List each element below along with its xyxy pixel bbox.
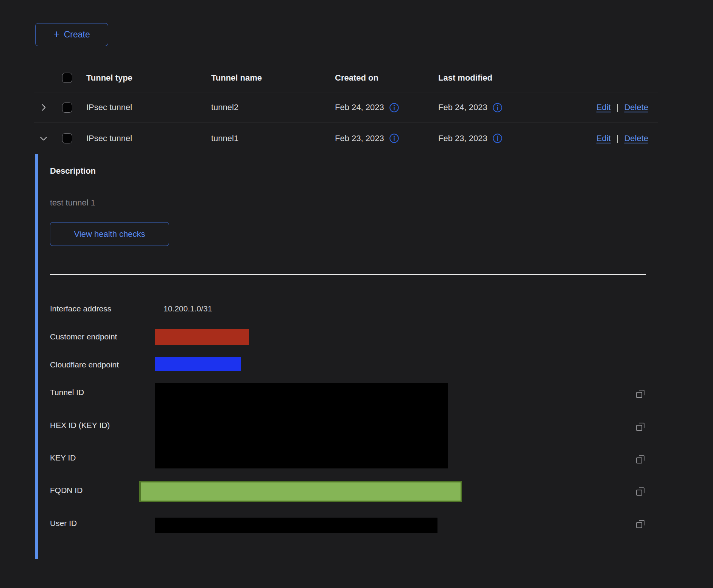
tunnel-type-cell: IPsec tunnel [86, 92, 132, 123]
tunnels-page: + Create Tunnel type Tunnel name Created… [0, 0, 713, 588]
chevron-down-icon [39, 134, 48, 143]
created-on-cell: Feb 23, 2023 [335, 134, 384, 143]
row-checkbox[interactable] [62, 103, 72, 113]
last-modified-cell: Feb 23, 2023 [438, 134, 487, 143]
table-header-row: Tunnel type Tunnel name Created on Last … [34, 64, 658, 92]
copy-icon [635, 422, 646, 432]
chevron-right-icon [39, 103, 48, 112]
user-id-redacted-value [155, 518, 437, 533]
table-row: IPsec tunnel tunnel1 Feb 23, 2023 Feb 23… [34, 123, 658, 154]
table-row: IPsec tunnel tunnel2 Feb 24, 2023 Feb 24… [34, 92, 658, 123]
edit-link[interactable]: Edit [596, 134, 611, 143]
info-icon[interactable] [492, 133, 503, 143]
interface-address-label: Interface address [50, 304, 156, 313]
select-all-checkbox[interactable] [62, 73, 72, 83]
copy-tunnel-id-button[interactable] [635, 389, 646, 399]
copy-user-id-button[interactable] [635, 519, 646, 529]
action-separator: | [616, 134, 619, 143]
copy-hex-id-button[interactable] [635, 422, 646, 432]
expand-row-button[interactable] [38, 92, 49, 123]
row-checkbox[interactable] [62, 133, 72, 143]
copy-icon [635, 519, 646, 529]
tunnel-details-panel: Description test tunnel 1 View health ch… [35, 154, 658, 559]
description-label: Description [50, 166, 96, 176]
user-id-label: User ID [50, 519, 156, 528]
info-icon[interactable] [492, 103, 503, 113]
copy-icon [635, 454, 646, 465]
customer-endpoint-redacted-value [155, 329, 249, 345]
info-icon[interactable] [389, 103, 399, 113]
delete-link[interactable]: Delete [624, 134, 648, 143]
collapse-row-button[interactable] [38, 123, 49, 154]
info-icon[interactable] [389, 133, 399, 143]
header-tunnel-type: Tunnel type [86, 64, 132, 92]
description-value: test tunnel 1 [50, 198, 95, 208]
cloudflare-endpoint-redacted-value [155, 357, 241, 371]
tunnel-id-label: Tunnel ID [50, 388, 156, 397]
tunnel-name-cell: tunnel1 [211, 123, 238, 154]
interface-address-value: 10.200.1.0/31 [163, 304, 212, 313]
action-separator: | [616, 103, 619, 112]
header-created-on: Created on [335, 64, 378, 92]
create-button[interactable]: + Create [35, 23, 108, 46]
created-on-cell: Feb 24, 2023 [335, 103, 384, 112]
delete-link[interactable]: Delete [624, 103, 648, 112]
create-button-label: Create [64, 30, 90, 40]
fqdn-id-redacted-value [139, 481, 462, 502]
copy-icon [635, 486, 646, 497]
tunnels-table: Tunnel type Tunnel name Created on Last … [34, 64, 658, 154]
header-tunnel-name: Tunnel name [211, 64, 262, 92]
key-id-label: KEY ID [50, 453, 156, 462]
header-last-modified: Last modified [438, 64, 492, 92]
tunnel-type-cell: IPsec tunnel [86, 123, 132, 154]
section-divider [50, 274, 646, 275]
customer-endpoint-label: Customer endpoint [50, 332, 156, 341]
view-health-checks-button[interactable]: View health checks [50, 222, 169, 246]
copy-fqdn-id-button[interactable] [635, 486, 646, 497]
hex-id-label: HEX ID (KEY ID) [50, 421, 156, 430]
copy-icon [635, 389, 646, 399]
last-modified-cell: Feb 24, 2023 [438, 103, 487, 112]
plus-icon: + [53, 29, 59, 39]
copy-key-id-button[interactable] [635, 454, 646, 465]
ids-redacted-value [155, 383, 448, 468]
edit-link[interactable]: Edit [596, 103, 611, 112]
tunnel-name-cell: tunnel2 [211, 92, 238, 123]
cloudflare-endpoint-label: Cloudflare endpoint [50, 360, 156, 369]
